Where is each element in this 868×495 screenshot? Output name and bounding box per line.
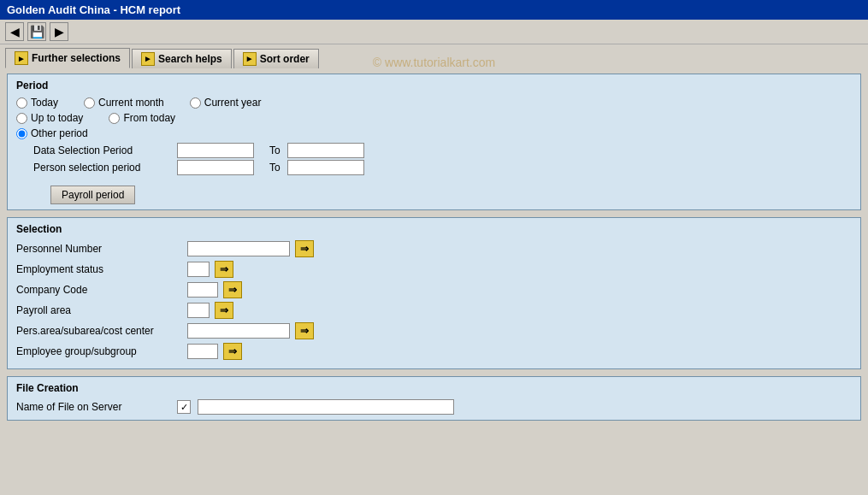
radio-current-month-input[interactable] [84,97,95,109]
file-name-row: Name of File on Server ✓ [16,399,852,415]
tab-arrow-sort: ► [243,52,257,66]
sel-label-company: Company Code [16,284,187,296]
tab-sort-order[interactable]: ► Sort order [233,49,319,68]
sel-input-pers-area[interactable] [187,323,290,339]
sel-label-personnel: Personnel Number [16,243,187,255]
sel-label-employment: Employment status [16,263,187,275]
period-row-1: Today Current month Current year [16,97,852,109]
tab-search-helps[interactable]: ► Search helps [132,49,232,68]
selection-section: Selection Personnel Number ⇒ Employment … [7,217,861,369]
radio-current-month[interactable]: Current month [84,97,164,109]
sel-input-employee-group[interactable] [187,344,218,359]
data-selection-label: Data Selection Period [33,144,170,156]
toolbar-back-icon[interactable]: ◀ [5,22,24,41]
radio-current-year[interactable]: Current year [190,97,262,109]
data-selection-row: Data Selection Period To [33,143,852,158]
person-selection-to-label: To [269,162,280,174]
sel-row-pers-area: Pers.area/subarea/cost center ⇒ [16,322,852,339]
person-selection-row: Person selection period To [33,160,852,175]
tab-arrow-search: ► [141,52,155,66]
sel-btn-employment[interactable]: ⇒ [215,261,233,278]
radio-other-period[interactable]: Other period [16,127,852,139]
sel-input-company[interactable] [187,282,218,298]
radio-from-today-input[interactable] [109,113,120,124]
sel-input-payroll[interactable] [187,303,210,318]
payroll-period-button[interactable]: Payroll period [50,186,135,204]
person-selection-to-input[interactable] [287,160,364,175]
radio-today-input[interactable] [16,97,27,109]
file-checkbox[interactable]: ✓ [177,400,191,414]
sel-row-employment: Employment status ⇒ [16,261,852,278]
title-bar: Golden Audit China - HCM report [0,0,868,20]
data-selection-to-label: To [269,144,280,156]
file-name-label: Name of File on Server [16,401,170,413]
sel-row-employee-group: Employee group/subgroup ⇒ [16,343,852,360]
payroll-period-container: Payroll period [33,180,852,204]
toolbar: ◀ 💾 ▶ [0,20,868,44]
data-selection-from-input[interactable] [177,143,254,158]
sel-label-payroll: Payroll area [16,304,187,316]
radio-other-period-input[interactable] [16,128,27,139]
selection-section-title: Selection [16,223,852,235]
app-title: Golden Audit China - HCM report [7,3,180,16]
radio-up-to-today[interactable]: Up to today [16,112,83,124]
radio-today[interactable]: Today [16,97,58,109]
toolbar-save-icon[interactable]: 💾 [27,22,46,41]
radio-current-year-input[interactable] [190,97,201,109]
sel-row-personnel: Personnel Number ⇒ [16,240,852,257]
file-creation-section: File Creation Name of File on Server ✓ [7,376,861,421]
person-selection-label: Person selection period [33,162,170,174]
tab-arrow-further: ► [15,51,28,65]
sel-input-personnel[interactable] [187,241,290,256]
data-selection-to-input[interactable] [287,143,364,158]
tab-further-selections[interactable]: ► Further selections [5,48,130,68]
radio-from-today[interactable]: From today [109,112,175,124]
sel-row-payroll: Payroll area ⇒ [16,302,852,319]
toolbar-forward-icon[interactable]: ▶ [50,22,68,41]
period-row-2: Up to today From today [16,112,852,124]
main-content: Period Today Current month Current year … [0,68,868,433]
tab-bar: ► Further selections ► Search helps ► So… [0,44,868,68]
file-creation-title: File Creation [16,382,852,394]
sel-btn-payroll[interactable]: ⇒ [215,302,233,319]
sel-btn-employee-group[interactable]: ⇒ [223,343,242,360]
radio-up-to-today-input[interactable] [16,113,27,124]
period-section: Period Today Current month Current year … [7,74,861,210]
person-selection-from-input[interactable] [177,160,254,175]
sel-input-employment[interactable] [187,262,210,277]
sel-label-employee-group: Employee group/subgroup [16,345,187,357]
sel-row-company: Company Code ⇒ [16,281,852,298]
sel-btn-company[interactable]: ⇒ [223,281,242,298]
sel-btn-personnel[interactable]: ⇒ [295,240,314,257]
sel-btn-pers-area[interactable]: ⇒ [295,322,314,339]
file-path-input[interactable] [198,399,454,415]
period-section-title: Period [16,80,852,91]
radio-other-period-row: Other period [16,127,852,139]
sel-label-pers-area: Pers.area/subarea/cost center [16,325,187,337]
